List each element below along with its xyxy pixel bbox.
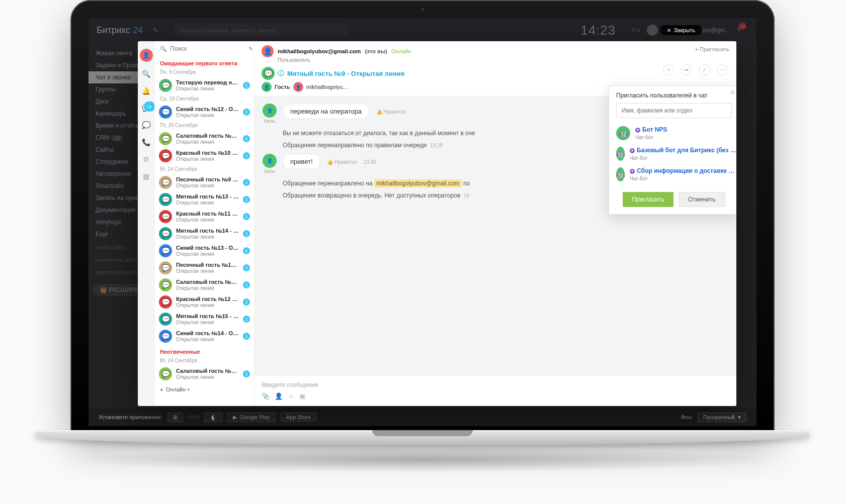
like-button[interactable]: 👍 Нравится (327, 159, 357, 165)
chat-item-icon: 💬 (159, 79, 172, 92)
unread-badge: 1 (243, 213, 250, 220)
chat-main: 👤 mikhailbogolyubov@gmail.com (это вы) О… (255, 41, 736, 406)
close-button[interactable]: Закрыть (660, 25, 702, 35)
like-button[interactable]: 👍 Нравится (376, 109, 406, 115)
forward-icon[interactable]: ➦ (681, 64, 692, 75)
settings-icon[interactable]: ⚙ (141, 154, 151, 164)
bot-list-item[interactable]: 🤖✦Бот NPSЧат-бот (609, 123, 736, 144)
list-section-header: Неотвеченные (155, 345, 254, 356)
chat-item-icon: 💬 (159, 193, 172, 206)
chat-item-icon: 💬 (159, 210, 172, 223)
chat-icon[interactable]: 💭 (141, 120, 151, 130)
invite-link[interactable]: + Пригласить (695, 46, 729, 52)
windows-icon[interactable]: ⊞ (167, 413, 183, 422)
chat-item-icon: 💬 (159, 106, 172, 119)
chat-list-item[interactable]: 💬Мятный гость №13 - Открытая …Открытая л… (155, 191, 254, 208)
chat-list-item[interactable]: 💬Мятный гость №14 - Открытая …Открытая л… (155, 225, 254, 242)
chat-list-item[interactable]: 💬Синий гость №13 - Открытая л…Открытая л… (155, 242, 254, 259)
record-icon[interactable]: ▣ (299, 392, 310, 400)
chat-item-icon: 💬 (159, 367, 172, 380)
linux-icon[interactable]: 🐧 (204, 413, 222, 422)
app-store-button[interactable]: App Store (281, 413, 316, 422)
chat-title: Мятный гость №9 - Открытая линия (287, 70, 404, 77)
compose-icon[interactable]: ✎ (248, 46, 253, 52)
chat-list-item[interactable]: 💬Тестирую перевод на оператор…Открытая л… (155, 77, 254, 94)
unread-badge: 1 (243, 109, 250, 116)
status-label: Онлайн (391, 48, 411, 54)
chat-item-icon: 💬 (159, 227, 172, 240)
calls-icon[interactable]: 📞 (141, 137, 151, 147)
chat-item-icon: 💬 (159, 244, 172, 257)
message-time: 13:30 (364, 159, 376, 165)
unread-badge: 1 (243, 298, 250, 306)
bot-list-item[interactable]: 🤖✦Базовый бот для Битрикс (без …Чат-бот (609, 144, 736, 164)
chat-list-item[interactable]: 💬Красный гость №10 - Открытая…Открытая л… (155, 147, 254, 164)
camera-icon (420, 7, 425, 12)
chat-item-icon: 💬 (159, 149, 172, 162)
popup-title: Пригласить пользователей в чат (609, 86, 736, 103)
unread-badge: 1 (243, 82, 250, 89)
apple-icon[interactable] (188, 416, 199, 419)
participant-guest: Гость (275, 84, 290, 90)
message-input-area: Введите сообщение 📎👤☺▣ (255, 375, 736, 406)
chat-item-icon: 💬 (159, 261, 172, 274)
unread-badge: 1 (243, 135, 250, 142)
list-section-header: Ожидающие первого ответа (155, 56, 254, 67)
chat-list: 🔍 ✎ Ожидающие первого ответаПн, 9 Сентяб… (155, 41, 255, 406)
unread-badge: 1 (243, 196, 250, 203)
background-select[interactable]: Прозрачный ▾ (698, 413, 746, 422)
chat-item-icon: 💬 (159, 176, 172, 189)
cancel-button[interactable]: Отменить (679, 192, 725, 207)
chat-list-item[interactable]: 💬Синий гость №12 - Открытая л…Открытая л… (155, 104, 254, 121)
chat-search-input[interactable] (170, 45, 245, 52)
guest-avatar-icon: 👤 (263, 154, 277, 168)
close-icon[interactable]: ✕ (730, 89, 735, 96)
message-input[interactable]: Введите сообщение (262, 381, 729, 388)
avatar-caption: Гость (264, 169, 276, 174)
chat-list-item[interactable]: 💬Салатовый гость №12 - Откры…Открытая ли… (155, 130, 254, 147)
highlighted-email: mikhailbogolyubov@gmail.com (374, 179, 462, 187)
apps-icon[interactable]: ▦ (141, 171, 151, 181)
chat-item-icon: 💬 (159, 278, 172, 291)
unread-badge: 1 (243, 333, 250, 340)
profile-avatar-icon[interactable]: 👤 (140, 49, 153, 62)
invite-search-input[interactable] (616, 103, 732, 118)
role-label: Пользователь (278, 57, 729, 63)
unread-badge: 1 (243, 370, 250, 377)
search-icon[interactable]: 🔍 (141, 69, 151, 79)
unread-badge: 1 (243, 316, 250, 323)
chat-item-icon: 💬 (159, 313, 172, 326)
check-icon[interactable]: ✓ (699, 64, 710, 75)
chat-list-item[interactable]: 💬Красный гость №11 - Открытая…Открытая л… (155, 208, 254, 225)
message-bubble: переведи на оператора (283, 104, 369, 119)
guest-avatar-icon: 👤 (263, 104, 277, 118)
attach-icon[interactable]: 📎 (262, 392, 275, 400)
status-online[interactable]: Онлайн ▾ (155, 382, 254, 397)
message-bubble: привет! (283, 154, 320, 169)
guest-avatar-icon: 👤 (262, 82, 272, 92)
list-date: Пн, 9 Сентября (155, 67, 254, 77)
emoji-icon[interactable]: ☺ (288, 392, 299, 400)
bot-icon: 🤖 (616, 147, 625, 161)
chat-list-item[interactable]: 💬Салатовый гость №14 - Откры…Открытая ли… (155, 276, 254, 293)
more-icon[interactable]: ⋯ (717, 64, 728, 75)
list-date: Пт, 20 Сентября (155, 121, 254, 130)
add-icon[interactable]: + (663, 64, 674, 75)
invite-button[interactable]: Пригласить (623, 192, 673, 207)
chat-list-item[interactable]: 💬Мятный гость №15 - Открытая …Открытая л… (155, 311, 254, 328)
openlines-icon[interactable]: 💬14 (141, 103, 151, 113)
chat-list-item[interactable]: 💬Песочный гость №9 - Открытая…Открытая л… (155, 174, 254, 191)
unread-badge: 1 (243, 152, 250, 159)
google-play-button[interactable]: ▶ Google Play (227, 413, 276, 422)
bot-icon: 🤖 (616, 126, 630, 140)
notifications-icon[interactable]: 🔔 (141, 86, 151, 96)
mention-icon[interactable]: 👤 (275, 392, 288, 400)
chat-list-item[interactable]: 💬Синий гость №14 - Открытая л…Открытая л… (155, 328, 254, 345)
chat-list-item[interactable]: 💬Песочный гость №10 - Открыта…Открытая л… (155, 259, 254, 276)
info-icon[interactable]: ⓘ (278, 69, 284, 78)
chat-list-item[interactable]: 💬Красный гость №12 - Открытая…Открытая л… (155, 293, 254, 311)
bottom-bar: Установите приложение: ⊞ 🐧 ▶ Google Play… (89, 408, 756, 426)
bot-list-item[interactable]: 🤖✦Сбор информации о доставке …Чат-бот (609, 164, 736, 185)
chat-list-item[interactable]: 💬Салатовый гость №13 - Открытая …Открыта… (155, 365, 254, 382)
bot-icon: 🤖 (616, 167, 625, 181)
